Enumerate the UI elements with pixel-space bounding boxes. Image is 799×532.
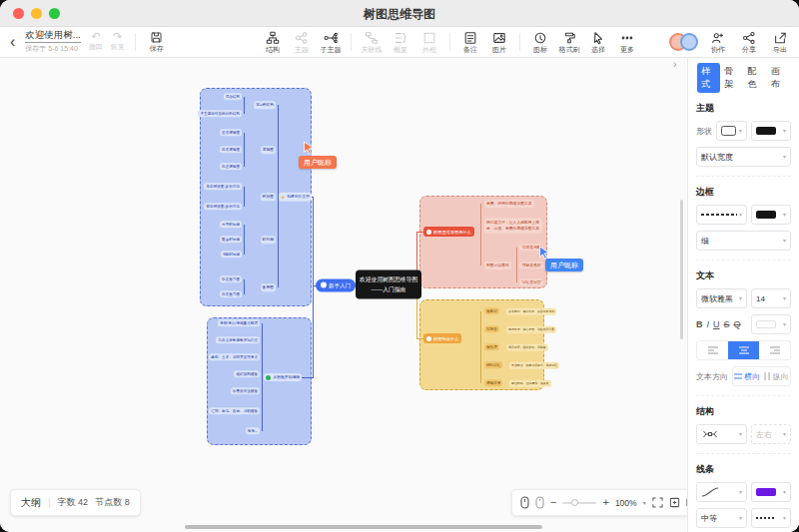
node-leaf[interactable]: 等等... (246, 427, 260, 434)
select-button[interactable]: 选择 (587, 31, 609, 53)
line-style-select[interactable]: ▾ (696, 482, 747, 502)
node-leaf[interactable]: 组织架构模板 (234, 370, 260, 377)
node-mid[interactable]: 写报告 (484, 325, 499, 332)
zoom-percent[interactable]: 100% (615, 498, 637, 508)
summary-button[interactable]: 概要 (390, 31, 411, 53)
direction-vertical-button[interactable]: 纵向 (762, 367, 791, 385)
theme-button[interactable]: 主题 (291, 31, 313, 53)
align-left-button[interactable] (697, 341, 728, 359)
format-painter-button[interactable]: 格式刷 (558, 31, 580, 53)
fit-screen-icon[interactable] (652, 497, 663, 508)
node-mid[interactable]: 辅助记忆 (484, 361, 502, 368)
node-leaf[interactable]: 读书笔记、课堂记录、会议记录等等 (506, 308, 556, 315)
panel-collapse-handle[interactable]: › (673, 58, 677, 70)
map-canvas[interactable]: 欢迎使用树图思维导图 ——入门指南 新手入门 ★ 新建你的文件 30+种结构 混… (0, 0, 799, 532)
node-create-file[interactable]: ★ 新建你的文件 (279, 193, 312, 202)
zoom-caret-icon[interactable]: ▾ (643, 499, 646, 506)
node-leaf[interactable]: 整理思路、理清逻辑、做决策 (509, 380, 551, 387)
shape-select[interactable]: ▾ (716, 121, 747, 141)
undo-button[interactable]: ↶撤回 (89, 31, 103, 51)
node-leaf[interactable]: 考点梳理、搭建知识体系、促进记忆 (509, 362, 559, 369)
node-leaf[interactable]: 垂直时间轴 (220, 236, 242, 243)
line-weight-select[interactable]: 中等▾ (696, 508, 747, 528)
node-template-root[interactable]: 从模板开始编辑 (264, 373, 302, 381)
save-button[interactable]: 保存 (146, 31, 168, 52)
align-right-button[interactable] (759, 341, 790, 359)
horizontal-scrollbar[interactable] (185, 525, 542, 529)
tab-skeleton[interactable]: 骨架 (720, 63, 743, 93)
align-center-button[interactable] (728, 341, 759, 359)
node-leaf[interactable]: 九年义务教育教材知识点 (216, 336, 260, 343)
node-leaf[interactable]: 双向树状图-多种方向 (204, 203, 242, 210)
node-leaf[interactable]: 周报月报、总结报告、活动策划方案 (506, 326, 556, 333)
node-leaf[interactable]: “记忆更牢固” (519, 278, 543, 285)
node-structures[interactable]: 30+种结构 (254, 101, 276, 109)
line-dash-select[interactable]: ▾ (751, 508, 791, 528)
outline-button[interactable]: 大纲 (21, 496, 41, 510)
bold-button[interactable]: B (696, 319, 703, 329)
export-button[interactable]: 导出 (769, 31, 791, 53)
node-leaf[interactable]: 向右逻辑图 (220, 146, 242, 153)
node-mid[interactable]: 逻辑思考 (484, 379, 502, 386)
underline-button[interactable]: U (713, 319, 720, 329)
node-leaf[interactable]: “理解更透彻” (519, 262, 543, 268)
text-color-select[interactable]: ▾ (751, 314, 791, 334)
tab-style[interactable]: 样式 (697, 63, 720, 93)
direction-horizontal-button[interactable]: 横向 (733, 367, 762, 385)
node-leaf[interactable]: 单向树状图-多种方向 (204, 183, 242, 190)
relation-line-button[interactable]: 关联线 (361, 31, 383, 53)
panel-scrollbar[interactable] (680, 200, 683, 339)
node-leaf[interactable]: 子主题也可自由切换结构 (198, 110, 242, 117)
node-what-can[interactable]: 树图能做什么 (423, 333, 461, 343)
avatar-collaborator-2[interactable] (680, 33, 698, 51)
redo-button[interactable]: ↷恢复 (111, 31, 125, 51)
node-timeline[interactable]: 时间轴 (261, 236, 276, 244)
structure-select[interactable]: ▾ (696, 424, 747, 444)
frame-button[interactable]: 外框 (418, 31, 440, 53)
font-size-select[interactable]: 14▾ (751, 288, 791, 308)
tab-colors[interactable]: 配色 (744, 63, 767, 93)
zoom-slider[interactable] (562, 502, 596, 504)
layout-select[interactable]: 左右▾ (751, 424, 791, 444)
font-family-select[interactable]: 微软雅黑▾ (696, 288, 747, 308)
node-leaf[interactable]: 我们致力于：让人人都能用上简单、高效、免费的思维导图工具 (484, 218, 542, 233)
node-what-is[interactable]: 树图思维导图是什么 (423, 227, 474, 237)
width-select[interactable]: 默认宽度▾ (696, 147, 791, 167)
node-starter[interactable]: 新手入门 (316, 279, 356, 292)
mouse-mode-icon[interactable] (520, 496, 529, 509)
note-button[interactable]: 备注 (459, 31, 481, 53)
icon-button[interactable]: 图标 (529, 31, 551, 53)
node-leaf[interactable]: 建筑、土木、消防类证书考点 (209, 353, 260, 360)
subtopic-button[interactable]: 子主题 (320, 31, 342, 53)
border-weight-select[interactable]: 细▾ (696, 231, 791, 251)
node-leaf[interactable]: 寒暑假作业模板 (231, 387, 260, 394)
structure-button[interactable]: 结构 (262, 31, 284, 53)
node-leaf[interactable]: 汇报、竞选、自荐、述职模板 (209, 407, 260, 414)
node-leaf[interactable]: S型时间轴 (221, 251, 242, 258)
zoom-out-button[interactable]: − (550, 497, 556, 508)
border-color-select[interactable]: ▾ (751, 205, 791, 225)
border-style-select[interactable]: ▾ (696, 205, 747, 225)
tab-canvas[interactable]: 画布 (767, 63, 790, 93)
image-button[interactable]: 图片 (488, 31, 510, 53)
node-logic[interactable]: 逻辑图 (261, 146, 276, 154)
node-leaf[interactable]: 考研/考公/考编重点梳理 (218, 319, 260, 326)
drag-mode-icon[interactable] (535, 496, 544, 509)
node-mid[interactable]: 做笔记 (484, 307, 499, 314)
frame-what-is[interactable] (419, 196, 547, 288)
fullscreen-icon[interactable] (669, 497, 680, 508)
italic-button[interactable]: I (707, 319, 710, 329)
central-topic[interactable]: 欢迎使用树图思维导图 ——入门指南 (356, 270, 421, 299)
node-leaf[interactable]: 项目进度、组织架构、流程图 (506, 344, 548, 351)
node-leaf[interactable]: 免费、好用的思维导图工具 (484, 200, 534, 208)
line-color-select[interactable]: ▾ (751, 482, 791, 502)
node-help[interactable]: 树图可以帮你 (484, 262, 511, 269)
clear-format-button[interactable]: Q (734, 319, 741, 329)
more-button[interactable]: 更多 (616, 31, 638, 53)
collaborate-button[interactable]: 协作 (707, 31, 729, 53)
zoom-slider-handle[interactable] (571, 499, 578, 506)
node-fishbone[interactable]: 鱼骨图 (261, 283, 276, 291)
node-leaf[interactable]: 向右鱼骨图 (220, 290, 242, 297)
node-leaf[interactable]: 向左逻辑图 (220, 163, 242, 170)
share-button[interactable]: 分享 (738, 31, 760, 53)
